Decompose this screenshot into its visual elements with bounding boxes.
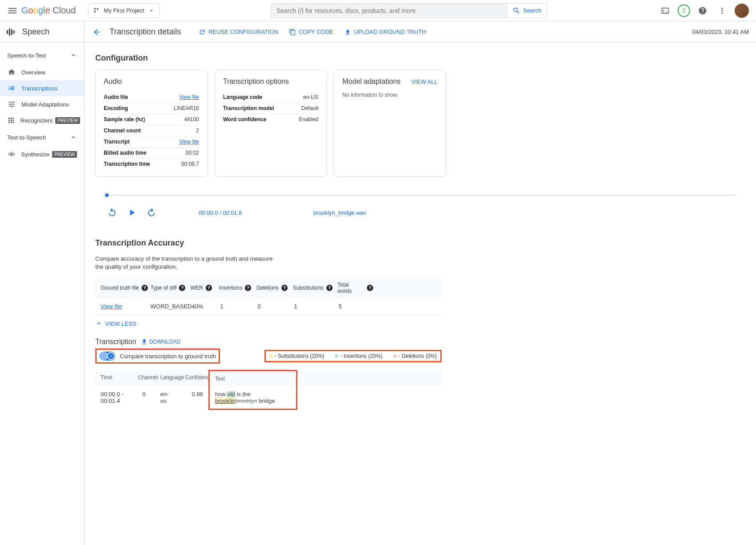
player-filename: brooklyn_bridge.wav: [313, 209, 366, 216]
audio-card: Audio Audio fileView file EncodingLINEAR…: [95, 70, 207, 177]
chevron-up-icon: [70, 134, 77, 141]
model-adaptations-card: Model adaptations VIEW ALL No informatio…: [334, 70, 446, 177]
sidebar-item-model-adaptations[interactable]: Model Adaptations: [0, 96, 84, 112]
sidebar-group-text-to-speech[interactable]: Text-to-Speech: [0, 128, 84, 146]
view-ground-truth-link[interactable]: View file: [101, 303, 122, 310]
back-button[interactable]: [88, 23, 106, 41]
substituted-word: brooklin: [215, 397, 236, 404]
substitutions-dot: [269, 354, 273, 358]
accuracy-description: Compare accuracy of the transcription to…: [95, 255, 273, 271]
refresh-icon: [199, 29, 206, 36]
home-icon: [7, 68, 16, 77]
help-tooltip-icon[interactable]: ?: [326, 285, 333, 291]
view-audio-file-link[interactable]: View file: [179, 94, 199, 100]
svg-rect-6: [13, 31, 15, 33]
global-header: Google Cloud My First Project Search 2: [0, 0, 756, 21]
reuse-configuration-button[interactable]: REUSE CONFIGURATION: [199, 29, 278, 36]
timestamp: 04/03/2023, 10:41 AM: [692, 29, 749, 35]
search-button[interactable]: Search: [507, 3, 547, 18]
svg-point-0: [94, 8, 96, 10]
help-tooltip-icon[interactable]: ?: [206, 285, 212, 291]
player-time: 00:00.0 / 00:01.8: [199, 209, 242, 216]
play-icon: [127, 208, 137, 217]
deleted-word: brooklyn: [236, 397, 257, 404]
chevron-up-icon: [70, 52, 77, 59]
slider-thumb[interactable]: [104, 193, 110, 198]
project-selector[interactable]: My First Project: [88, 3, 159, 18]
preview-badge: PREVIEW: [52, 151, 77, 158]
help-tooltip-icon[interactable]: ?: [281, 285, 288, 291]
svg-rect-3: [7, 30, 8, 34]
options-card-title: Transcription options: [223, 78, 318, 86]
audio-player: 00:00.0 / 00:01.8 brooklyn_bridge.wav: [104, 195, 736, 221]
sidebar-group-speech-to-text[interactable]: Speech-to-Text: [0, 46, 84, 64]
view-less-button[interactable]: VIEW LESS: [95, 320, 745, 327]
accuracy-title: Transcription Accuracy: [95, 238, 745, 248]
adaptations-card-title: Model adaptations: [342, 78, 401, 86]
rewind-button[interactable]: [104, 205, 120, 221]
speech-product-icon: [5, 27, 16, 37]
compare-toggle[interactable]: [99, 352, 115, 361]
transcription-title: Transcription: [95, 338, 136, 346]
accuracy-table: Ground truth file? Type of diff? WER? In…: [95, 277, 442, 315]
view-transcript-file-link[interactable]: View file: [179, 139, 199, 145]
more-options-button[interactable]: [715, 4, 729, 18]
forward-icon: [146, 208, 156, 217]
view-all-link[interactable]: VIEW ALL: [411, 78, 438, 85]
tune-icon: [7, 100, 16, 109]
svg-rect-4: [9, 29, 10, 36]
svg-point-2: [94, 11, 96, 12]
sidebar-item-overview[interactable]: Overview: [0, 64, 84, 80]
search-input[interactable]: [276, 7, 501, 14]
list-icon: [7, 84, 16, 93]
sidebar-item-synthesize[interactable]: Synthesize PREVIEW: [0, 146, 84, 162]
help-tooltip-icon[interactable]: ?: [245, 285, 251, 291]
compare-toggle-label: Compare transcription to ground truth: [120, 353, 216, 360]
project-name: My First Project: [104, 7, 144, 14]
forward-button[interactable]: [143, 205, 159, 221]
table-row: 00:00.0 - 00:01.4 0 en-us 0.98 how old i…: [95, 386, 442, 410]
search-box[interactable]: [271, 3, 507, 18]
transcription-text: how old is the brooklinbrooklyn bridge: [208, 386, 297, 410]
adaptations-empty-text: No information to show.: [342, 92, 438, 98]
copy-code-button[interactable]: COPY CODE: [289, 29, 333, 36]
deletions-dot: [393, 354, 397, 358]
sidebar-item-transcriptions[interactable]: Transcriptions: [0, 80, 84, 96]
help-tooltip-icon[interactable]: ?: [367, 285, 373, 291]
help-tooltip-icon[interactable]: ?: [142, 285, 148, 291]
help-button[interactable]: [695, 4, 710, 18]
google-cloud-logo[interactable]: Google Cloud: [21, 5, 76, 16]
upload-icon: [344, 29, 351, 36]
project-icon: [93, 7, 100, 14]
inserted-word: old: [227, 391, 235, 397]
audio-card-title: Audio: [104, 78, 199, 86]
terminal-icon: [661, 6, 670, 15]
upload-ground-truth-button[interactable]: UPLOAD GROUND TRUTH: [344, 29, 426, 36]
help-tooltip-icon[interactable]: ?: [179, 285, 185, 291]
svg-rect-5: [11, 29, 12, 35]
play-button[interactable]: [124, 205, 140, 221]
cloud-shell-button[interactable]: [658, 4, 672, 18]
svg-point-1: [97, 8, 98, 10]
download-button[interactable]: DOWNLOAD: [141, 338, 181, 345]
insertions-dot: [335, 354, 338, 358]
page-title: Transcription details: [110, 27, 181, 37]
compare-toggle-section: Compare transcription to ground truth: [95, 348, 220, 364]
more-vert-icon: [718, 6, 727, 15]
copy-icon: [289, 29, 296, 36]
user-avatar[interactable]: [735, 4, 749, 18]
diff-legend: - Substitutions (20%) - Insertions (20%)…: [264, 350, 442, 362]
product-name: Speech: [22, 27, 49, 37]
help-icon: [698, 6, 707, 15]
wave-icon: [7, 150, 16, 159]
sidebar-item-recognizers[interactable]: Recognizers PREVIEW: [0, 112, 84, 128]
configuration-title: Configuration: [95, 53, 745, 63]
search-icon: [512, 7, 520, 15]
audio-slider[interactable]: [104, 195, 736, 196]
trial-badge[interactable]: 2: [678, 4, 690, 17]
chevron-down-icon: [148, 7, 155, 14]
hamburger-menu[interactable]: [4, 2, 21, 20]
page-header: Speech Transcription details REUSE CONFI…: [0, 21, 756, 43]
replay-icon: [107, 208, 117, 217]
download-icon: [141, 338, 148, 345]
